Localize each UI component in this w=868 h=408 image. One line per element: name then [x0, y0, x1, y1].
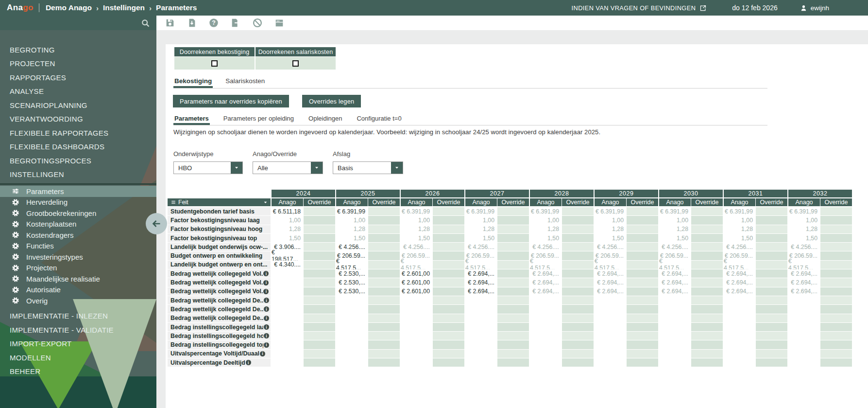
- override-value-cell[interactable]: [756, 340, 787, 349]
- override-value-cell[interactable]: [627, 296, 658, 304]
- anago-value-cell[interactable]: € 6.391,99: [530, 207, 562, 215]
- anago-value-cell[interactable]: [465, 296, 497, 304]
- override-value-cell[interactable]: [820, 287, 852, 296]
- sidebar-subitem-maandelijkse-realisatie[interactable]: Maandelijkse realisatie: [0, 273, 156, 284]
- override-value-cell[interactable]: [691, 305, 723, 313]
- sidebar-item-analyse[interactable]: ANALYSE: [0, 85, 156, 99]
- override-value-cell[interactable]: [691, 207, 723, 215]
- anago-value-cell[interactable]: 1,00: [788, 216, 820, 224]
- override-value-cell[interactable]: [304, 350, 335, 358]
- info-icon[interactable]: i: [264, 333, 269, 338]
- anago-value-cell[interactable]: [530, 350, 562, 358]
- anago-value-cell[interactable]: 1,00: [724, 216, 755, 224]
- anago-value-cell[interactable]: [336, 314, 368, 322]
- override-value-cell[interactable]: [433, 305, 464, 313]
- anago-value-cell[interactable]: [788, 358, 820, 367]
- override-value-cell[interactable]: [433, 323, 464, 331]
- sidebar-item-modellen[interactable]: MODELLEN: [0, 351, 156, 365]
- override-value-cell[interactable]: [304, 207, 335, 215]
- override-value-cell[interactable]: [756, 305, 787, 313]
- anago-value-cell[interactable]: [272, 340, 303, 349]
- override-value-cell[interactable]: [433, 225, 464, 233]
- override-value-cell[interactable]: [820, 225, 852, 233]
- override-value-cell[interactable]: [562, 358, 594, 367]
- anago-value-cell[interactable]: [595, 350, 626, 358]
- anago-value-cell[interactable]: [401, 296, 432, 304]
- anago-value-cell[interactable]: [788, 323, 820, 331]
- anago-value-cell[interactable]: 1,28: [724, 225, 755, 233]
- anago-value-cell[interactable]: [724, 296, 755, 304]
- override-value-cell[interactable]: [497, 243, 529, 251]
- anago-value-cell[interactable]: € 4.256....: [724, 243, 755, 251]
- override-value-cell[interactable]: [691, 216, 723, 224]
- override-value-cell[interactable]: [368, 314, 400, 322]
- override-value-cell[interactable]: [627, 207, 658, 215]
- tab-salariskosten[interactable]: Salariskosten: [224, 77, 266, 88]
- anago-value-cell[interactable]: [530, 305, 562, 313]
- override-value-cell[interactable]: [691, 278, 723, 286]
- anago-value-cell[interactable]: 1,50: [788, 234, 820, 242]
- anago-value-cell[interactable]: [336, 358, 368, 367]
- anago-value-cell[interactable]: € 4.517.5...: [659, 261, 691, 269]
- anago-value-cell[interactable]: [530, 296, 562, 304]
- override-value-cell[interactable]: [627, 243, 658, 251]
- anago-value-cell[interactable]: [272, 350, 303, 358]
- override-value-cell[interactable]: [368, 358, 400, 367]
- anago-value-cell[interactable]: € 4.256....: [401, 243, 432, 251]
- breadcrumb-item[interactable]: Parameters: [156, 3, 197, 12]
- override-value-cell[interactable]: [368, 350, 400, 358]
- anago-value-cell[interactable]: [595, 296, 626, 304]
- override-value-cell[interactable]: [562, 296, 594, 304]
- anago-value-cell[interactable]: 1,50: [272, 234, 303, 242]
- override-value-cell[interactable]: [691, 358, 723, 367]
- anago-value-cell[interactable]: [336, 332, 368, 340]
- override-value-cell[interactable]: [627, 332, 658, 340]
- anago-value-cell[interactable]: € 2.694,...: [595, 287, 626, 296]
- override-value-cell[interactable]: [756, 350, 787, 358]
- override-value-cell[interactable]: [368, 287, 400, 296]
- anago-value-cell[interactable]: [401, 350, 432, 358]
- override-value-cell[interactable]: [756, 261, 787, 269]
- dropdown-button[interactable]: [231, 162, 242, 174]
- override-value-cell[interactable]: [368, 278, 400, 286]
- override-value-cell[interactable]: [304, 225, 335, 233]
- override-value-cell[interactable]: [562, 216, 594, 224]
- sidebar-subitem-grootboekrekeningen[interactable]: Grootboekrekeningen: [0, 208, 156, 219]
- search-icon[interactable]: [140, 18, 151, 28]
- override-value-cell[interactable]: [756, 278, 787, 286]
- anago-value-cell[interactable]: [401, 323, 432, 331]
- anago-value-cell[interactable]: 1,00: [272, 216, 303, 224]
- override-value-cell[interactable]: [756, 323, 787, 331]
- anago-value-cell[interactable]: [659, 340, 691, 349]
- sidebar-item-rapportages[interactable]: RAPPORTAGES: [0, 71, 156, 85]
- anago-value-cell[interactable]: [272, 287, 303, 296]
- override-value-cell[interactable]: [433, 243, 464, 251]
- override-value-cell[interactable]: [691, 332, 723, 340]
- info-icon[interactable]: i: [263, 289, 269, 294]
- anago-value-cell[interactable]: [788, 340, 820, 349]
- override-value-cell[interactable]: [304, 323, 335, 331]
- app-logo[interactable]: Anago: [7, 3, 34, 13]
- anago-value-cell[interactable]: € 4.517.5...: [401, 261, 432, 269]
- cancel-button[interactable]: [252, 18, 263, 28]
- info-icon[interactable]: i: [260, 351, 265, 356]
- anago-value-cell[interactable]: € 4.517.5...: [724, 261, 755, 269]
- anago-value-cell[interactable]: 1,28: [336, 225, 368, 233]
- override-value-cell[interactable]: [627, 225, 658, 233]
- override-value-cell[interactable]: [304, 278, 335, 286]
- info-icon[interactable]: i: [264, 342, 269, 348]
- anago-value-cell[interactable]: 1,00: [336, 216, 368, 224]
- fact-column-header[interactable]: Feit: [168, 198, 271, 206]
- sidebar-subitem-autorisatie[interactable]: Autorisatie: [0, 284, 156, 296]
- anago-value-cell[interactable]: 1,50: [465, 234, 497, 242]
- override-value-cell[interactable]: [497, 225, 529, 233]
- anago-value-cell[interactable]: [336, 340, 368, 349]
- override-value-cell[interactable]: [820, 278, 852, 286]
- override-value-cell[interactable]: [562, 332, 594, 340]
- filter-select[interactable]: Basis: [333, 161, 403, 174]
- anago-value-cell[interactable]: 1,28: [788, 225, 820, 233]
- anago-value-cell[interactable]: [336, 296, 368, 304]
- override-value-cell[interactable]: [756, 269, 787, 278]
- anago-value-cell[interactable]: [724, 323, 755, 331]
- anago-value-cell[interactable]: [272, 296, 303, 304]
